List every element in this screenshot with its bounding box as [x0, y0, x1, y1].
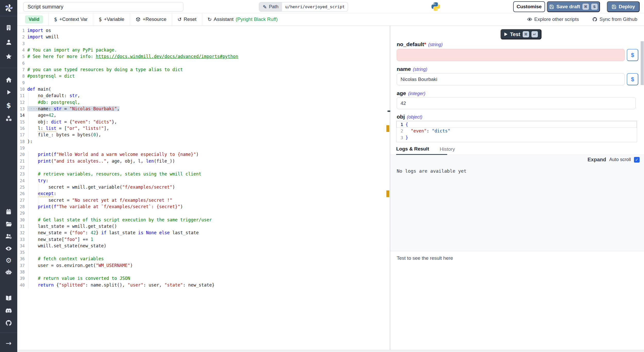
line-number: 8 — [17, 73, 25, 79]
field-type: (integer) — [408, 91, 425, 96]
code-line[interactable]: 6 — [17, 60, 390, 66]
code-line[interactable]: 16 l: list = ["or", "lists!"], — [17, 125, 390, 132]
code-line[interactable]: 24 try: — [17, 178, 390, 184]
code-text: print(f"Hello World and a warm welcome e… — [27, 151, 199, 158]
deploy-button[interactable]: Deploy — [607, 1, 640, 12]
code-line[interactable]: 3} — [396, 135, 637, 141]
code-line[interactable]: 14 age=42, — [17, 112, 390, 119]
code-line[interactable]: 18): — [17, 138, 390, 145]
code-line[interactable]: 31 last_state = wmill.get_state() — [17, 223, 390, 230]
variable-picker-button[interactable]: $ — [627, 73, 638, 85]
code-line[interactable]: 21 print("and its acolytes..", age, obj,… — [17, 158, 390, 164]
code-text: wmill.set_state(new_state) — [27, 243, 106, 249]
assistant-button[interactable]: ↻ Assistant (Pyright Black Ruff) — [208, 16, 278, 22]
code-text: secret = "No secret yet at f/examples/se… — [27, 197, 172, 204]
sidebar-divider — [0, 68, 17, 68]
add-resource-button[interactable]: +Resource — [135, 16, 166, 22]
code-line[interactable]: 32 new_state = {"foo": 42} if last_state… — [17, 230, 390, 236]
code-line[interactable]: 1{ — [396, 121, 637, 128]
customise-button[interactable]: Customise — [513, 1, 545, 12]
code-line[interactable]: 1import os — [17, 27, 390, 34]
code-line[interactable]: 19 — [17, 145, 390, 151]
tab-history[interactable]: History — [440, 144, 455, 155]
code-line[interactable]: 30 # Get last state of this script execu… — [17, 217, 390, 223]
gear-icon[interactable]: ⚙ — [0, 257, 17, 264]
code-line[interactable]: 37 user = os.environ.get("WM_USERNAME") — [17, 262, 390, 269]
add-context-var-button[interactable]: $ +Context Var — [54, 16, 88, 22]
code-line[interactable]: 9 — [17, 80, 390, 86]
code-line[interactable]: 2import wmill — [17, 34, 390, 40]
expand-button[interactable]: Expand — [588, 157, 606, 163]
code-line[interactable]: 25 secret = wmill.get_variable("f/exampl… — [17, 184, 390, 190]
code-line[interactable]: 27 secret = "No secret yet at f/examples… — [17, 197, 390, 204]
book-icon[interactable] — [0, 295, 17, 302]
code-line[interactable]: 28 print(f"The variable at `f/examples/s… — [17, 204, 390, 210]
code-line[interactable]: 15 obj: dict = {"even": "dicts"}, — [17, 119, 390, 125]
users-icon[interactable] — [0, 233, 17, 240]
no-default-input[interactable] — [397, 49, 625, 61]
building-icon[interactable] — [0, 24, 17, 31]
reset-button[interactable]: ↺ Reset — [177, 16, 197, 22]
sidebar-divider — [0, 16, 17, 16]
code-line[interactable]: 23 # retrieve variables, resources, stat… — [17, 171, 390, 177]
line-number: 37 — [17, 262, 25, 269]
path-selector[interactable]: ✎ Path u/henri/overjoyed_script — [259, 2, 348, 12]
variable-picker-button[interactable]: $ — [627, 49, 638, 61]
arrow-right-icon[interactable]: → — [0, 340, 17, 347]
save-draft-button[interactable]: Save draft ⌘ S — [547, 1, 600, 12]
obj-json-editor[interactable]: 1{2 "even": "dicts"3} — [396, 121, 637, 142]
star-icon[interactable] — [0, 53, 17, 60]
name-input[interactable] — [397, 73, 625, 85]
sidebar: $⚙→ — [0, 0, 17, 352]
add-variable-button[interactable]: $ +Variable — [99, 16, 124, 22]
code-editor[interactable]: 1import os2import wmill34# You can impor… — [17, 26, 390, 350]
test-button[interactable]: Test ⌘ ↵ — [501, 29, 541, 39]
code-line[interactable]: 22 — [17, 164, 390, 171]
field-type: (string) — [428, 42, 443, 47]
autoscroll-checkbox[interactable]: ✓ — [634, 157, 640, 163]
code-line[interactable]: 12 #db: postgresql, — [17, 99, 390, 106]
home-icon[interactable] — [0, 77, 17, 83]
eye-icon[interactable] — [0, 245, 17, 252]
code-line[interactable]: 40 return {"splitted": name.split(), "us… — [17, 282, 390, 288]
code-line[interactable]: 7# you can use typed resources by doing … — [17, 66, 390, 73]
code-text: obj: dict = {"even": "dicts"}, — [27, 119, 117, 125]
code-line[interactable]: 13····name: str = "Nicolas·Bourbaki", — [17, 106, 390, 112]
code-line[interactable]: 4# You can import any PyPi package. — [17, 47, 390, 53]
code-line[interactable]: 34 wmill.set_state(new_state) — [17, 243, 390, 249]
sync-from-github-button[interactable]: Sync from Github — [592, 16, 637, 22]
bot-icon[interactable] — [0, 269, 17, 276]
field-label-obj: obj(object) — [397, 114, 422, 120]
scrollbar-thumb[interactable] — [641, 41, 644, 85]
dollar-icon[interactable]: $ — [0, 102, 17, 109]
code-line[interactable]: 5# See here for more info: https://docs.… — [17, 53, 390, 60]
folder-icon[interactable] — [0, 221, 17, 228]
code-line[interactable]: 39 # return value is converted to JSON — [17, 275, 390, 282]
user-icon[interactable] — [0, 39, 17, 46]
line-number: 35 — [17, 249, 25, 256]
line-number: 32 — [17, 230, 25, 236]
eye-icon — [527, 17, 532, 22]
play-icon — [504, 32, 508, 36]
code-line[interactable]: 10def main( — [17, 86, 390, 93]
github-icon[interactable] — [0, 320, 17, 326]
code-line[interactable]: 20 print(f"Hello World and a warm welcom… — [17, 151, 390, 158]
code-line[interactable]: 36 # fetch context variables — [17, 256, 390, 262]
code-line[interactable]: 2 "even": "dicts" — [396, 128, 637, 134]
code-line[interactable]: 17 file_: bytes = bytes(0), — [17, 132, 390, 138]
age-input[interactable] — [397, 97, 636, 109]
code-line[interactable]: 11 no_default: str, — [17, 93, 390, 99]
script-summary-input[interactable] — [23, 2, 183, 12]
code-line[interactable]: 38 — [17, 269, 390, 275]
code-line[interactable]: 29 — [17, 210, 390, 216]
discord-icon[interactable] — [0, 307, 17, 314]
code-line[interactable]: 26 except: — [17, 190, 390, 197]
play-icon[interactable] — [0, 89, 17, 95]
code-line[interactable]: 35 — [17, 249, 390, 256]
explore-other-scripts-button[interactable]: Explore other scripts — [527, 16, 579, 22]
calendar-icon[interactable] — [0, 208, 17, 215]
code-line[interactable]: 8#postgresql = dict — [17, 73, 390, 79]
code-line[interactable]: 3 — [17, 40, 390, 47]
boxes-icon[interactable] — [0, 115, 17, 122]
code-line[interactable]: 33 new_state["foo"] += 1 — [17, 236, 390, 243]
